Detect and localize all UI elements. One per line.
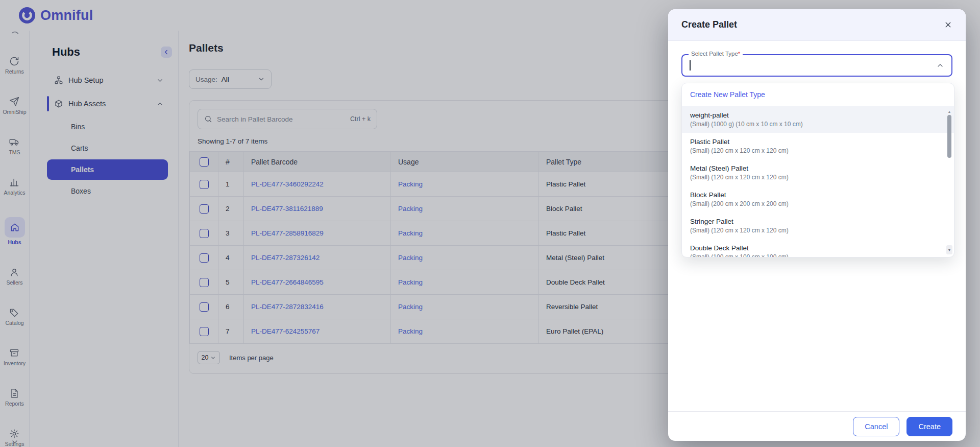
chevron-up-icon <box>936 61 944 69</box>
scrollbar-thumb[interactable] <box>947 115 951 158</box>
option-name: Plastic Pallet <box>690 138 942 146</box>
pallet-type-label: Select Pallet Type* <box>689 51 743 57</box>
option-name: Stringer Pallet <box>690 218 942 225</box>
scroll-up-arrow-icon[interactable]: ▲ <box>948 110 951 114</box>
dropdown-scrollbar[interactable]: ▲ ▼ <box>946 110 952 254</box>
modal-title: Create Pallet <box>681 19 737 30</box>
text-cursor <box>690 60 691 70</box>
option-name: Metal (Steel) Pallet <box>690 164 942 172</box>
dropdown-option[interactable]: Metal (Steel) Pallet (Small) (120 cm x 1… <box>682 159 954 186</box>
pallet-type-dropdown: Create New Pallet Type weight-pallet (Sm… <box>681 83 954 257</box>
option-detail: (Small) (1000 g) (10 cm x 10 cm x 10 cm) <box>690 121 942 128</box>
close-icon <box>944 20 952 29</box>
create-new-pallet-type-option[interactable]: Create New Pallet Type <box>682 83 954 106</box>
option-name: Double Deck Pallet <box>690 244 942 252</box>
pallet-type-select[interactable]: Select Pallet Type* <box>681 54 952 77</box>
modal-header: Create Pallet <box>668 9 966 41</box>
create-button[interactable]: Create <box>906 417 952 436</box>
option-name: Block Pallet <box>690 191 942 199</box>
dropdown-options-list: weight-pallet (Small) (1000 g) (10 cm x … <box>682 106 954 257</box>
dropdown-option[interactable]: weight-pallet (Small) (1000 g) (10 cm x … <box>682 106 954 133</box>
dropdown-option[interactable]: Double Deck Pallet (Small) (100 cm x 100… <box>682 239 954 257</box>
option-detail: (Small) (120 cm x 120 cm x 120 cm) <box>690 174 942 181</box>
app-root: Omniful Returns OmniShip TMS <box>0 0 980 447</box>
scroll-down-arrow-icon[interactable]: ▼ <box>946 245 952 254</box>
close-button[interactable] <box>944 20 952 29</box>
modal-footer: Cancel Create <box>668 411 966 441</box>
option-detail: (Small) (100 cm x 100 cm x 100 cm) <box>690 253 942 257</box>
dropdown-option[interactable]: Block Pallet (Small) (200 cm x 200 cm x … <box>682 186 954 213</box>
option-name: weight-pallet <box>690 111 942 119</box>
option-detail: (Small) (200 cm x 200 cm x 200 cm) <box>690 200 942 207</box>
modal-body: Select Pallet Type* Create New Pallet Ty… <box>668 41 966 411</box>
required-asterisk: * <box>738 51 740 57</box>
dropdown-option[interactable]: Stringer Pallet (Small) (120 cm x 120 cm… <box>682 213 954 239</box>
option-detail: (Small) (120 cm x 120 cm x 120 cm) <box>690 147 942 154</box>
option-detail: (Small) (120 cm x 120 cm x 120 cm) <box>690 227 942 234</box>
cancel-button[interactable]: Cancel <box>853 417 899 436</box>
dropdown-option[interactable]: Plastic Pallet (Small) (120 cm x 120 cm … <box>682 133 954 159</box>
create-pallet-modal: Create Pallet Select Pallet Type* Create… <box>668 9 966 441</box>
